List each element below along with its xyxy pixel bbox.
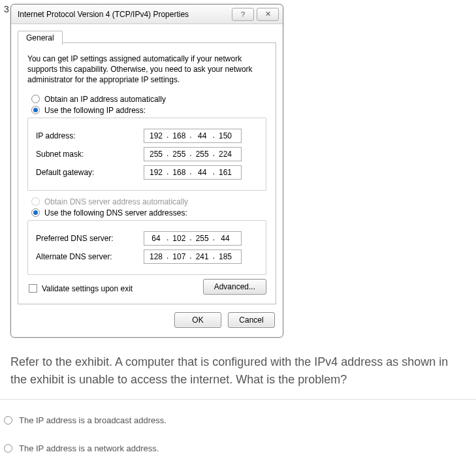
validate-label: Validate settings upon exit — [42, 284, 133, 293]
titlebar: Internet Protocol Version 4 (TCP/IPv4) P… — [11, 5, 283, 24]
tab-general[interactable]: General — [18, 31, 63, 45]
question-text: Refer to the exhibit. A computer that is… — [10, 353, 466, 389]
advanced-button[interactable]: Advanced... — [203, 279, 266, 295]
alternate-dns-label: Alternate DNS server: — [36, 252, 144, 261]
dns-auto-option: Obtain DNS server address automatically — [31, 197, 266, 206]
dns-manual-option[interactable]: Use the following DNS server addresses: — [31, 208, 266, 217]
help-button[interactable]: ? — [232, 8, 254, 21]
ip-octet[interactable]: 107 — [170, 252, 188, 261]
radio-icon — [31, 197, 40, 206]
answer-list: The IP address is a broadcast address. T… — [0, 399, 476, 467]
window-title: Internet Protocol Version 4 (TCP/IPv4) P… — [18, 10, 229, 19]
ip-octet[interactable]: 192 — [147, 168, 165, 177]
subnet-mask-input[interactable]: 255. 255. 255. 224 — [144, 147, 242, 161]
ip-octet[interactable]: 44 — [193, 131, 212, 140]
ip-octet[interactable]: 64 — [147, 234, 165, 243]
ip-address-label: IP address: — [36, 131, 144, 140]
general-tab-panel: General You can get IP settings assigned… — [18, 42, 276, 304]
dns-manual-label: Use the following DNS server addresses: — [44, 208, 187, 217]
radio-icon — [31, 95, 40, 103]
ok-button[interactable]: OK — [174, 312, 221, 328]
default-gateway-label: Default gateway: — [36, 168, 144, 177]
question-number: 3 — [4, 4, 9, 14]
ip-octet[interactable]: 161 — [216, 168, 234, 177]
ip-manual-label: Use the following IP address: — [44, 106, 146, 115]
ip-auto-option[interactable]: Obtain an IP address automatically — [31, 95, 266, 104]
close-button[interactable]: ✕ — [257, 8, 279, 21]
ip-auto-label: Obtain an IP address automatically — [44, 95, 166, 104]
ip-octet[interactable]: 150 — [216, 131, 234, 140]
answer-option[interactable]: The IP address is a network address. — [0, 434, 476, 462]
ip-address-input[interactable]: 192. 168. 44. 150 — [144, 129, 242, 143]
dns-settings-group: Preferred DNS server: 64. 102. 255. 44 A… — [27, 220, 266, 275]
ip-settings-group: IP address: 192. 168. 44. 150 Subnet mas… — [27, 118, 266, 191]
ip-octet[interactable]: 255 — [170, 150, 188, 159]
ip-octet[interactable]: 185 — [216, 252, 234, 261]
radio-icon — [31, 208, 40, 217]
answer-text: The IP address is a broadcast address. — [19, 415, 167, 425]
intro-text: You can get IP settings assigned automat… — [27, 54, 266, 86]
ip-octet[interactable]: 192 — [147, 131, 165, 140]
ip-octet[interactable]: 224 — [216, 150, 234, 159]
ip-octet[interactable]: 44 — [193, 168, 212, 177]
ip-octet[interactable]: 255 — [193, 234, 212, 243]
alternate-dns-input[interactable]: 128. 107. 241. 185 — [144, 250, 242, 264]
ip-manual-option[interactable]: Use the following IP address: — [31, 106, 266, 115]
ip-octet[interactable]: 168 — [170, 131, 188, 140]
preferred-dns-input[interactable]: 64. 102. 255. 44 — [144, 231, 242, 246]
close-icon: ✕ — [265, 10, 271, 18]
radio-icon — [4, 444, 12, 453]
answer-text: The IP address is a network address. — [19, 443, 159, 453]
ip-octet[interactable]: 255 — [147, 150, 165, 159]
answer-option[interactable]: The settings were not validated. — [0, 462, 476, 467]
preferred-dns-label: Preferred DNS server: — [36, 234, 144, 243]
radio-icon — [4, 416, 12, 425]
ip-octet[interactable]: 241 — [193, 252, 212, 261]
answer-option[interactable]: The IP address is a broadcast address. — [0, 406, 476, 434]
default-gateway-input[interactable]: 192. 168. 44. 161 — [144, 165, 242, 180]
checkbox-icon — [29, 284, 37, 293]
radio-icon — [31, 106, 40, 114]
dns-auto-label: Obtain DNS server address automatically — [44, 197, 188, 206]
ip-octet[interactable]: 44 — [216, 234, 234, 243]
cancel-button[interactable]: Cancel — [228, 312, 275, 328]
ipv4-properties-dialog: Internet Protocol Version 4 (TCP/IPv4) P… — [10, 4, 283, 338]
ip-octet[interactable]: 102 — [170, 234, 188, 243]
ip-octet[interactable]: 128 — [147, 252, 165, 261]
help-icon: ? — [241, 10, 245, 18]
subnet-mask-label: Subnet mask: — [36, 150, 144, 159]
ip-octet[interactable]: 255 — [193, 150, 212, 159]
ip-octet[interactable]: 168 — [170, 168, 188, 177]
